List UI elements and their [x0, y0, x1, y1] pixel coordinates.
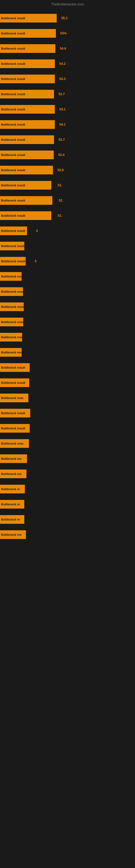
- bar-label: Bottleneck result: [1, 336, 25, 339]
- bar-row: Bottleneck result51.: [0, 211, 135, 220]
- bar-row: Bottleneck result53.7: [0, 135, 135, 145]
- bar-row: Bottleneck resu: [0, 439, 135, 448]
- bar-row: Bottleneck result4: [0, 226, 135, 236]
- bar-row: Bottleneck resu: [0, 393, 135, 403]
- bar-value: 51.: [57, 183, 62, 187]
- bar-row: Bottleneck result52.: [0, 195, 135, 205]
- bar-row: Bottleneck result53.7: [0, 89, 135, 99]
- bar-label: Bottleneck result: [1, 229, 25, 232]
- bar-row: Bottleneck result: [0, 363, 135, 372]
- bar-label: Bottleneck result: [1, 17, 25, 20]
- site-title: TheBottlenecker.com: [0, 0, 135, 7]
- bar-row: Bottleneck result: [0, 347, 135, 357]
- bar-label: Bottleneck result: [1, 381, 25, 384]
- bar-value: 52.: [58, 198, 63, 203]
- bar-row: Bottleneck result55.3: [0, 13, 135, 23]
- bar-value: 54.2: [59, 62, 65, 66]
- bar-value: 53.7: [58, 138, 65, 142]
- bar-label: Bottleneck result: [1, 32, 25, 35]
- bar-row: Bottleneck result: [0, 241, 135, 251]
- bar-label: Bottleneck result: [1, 366, 25, 369]
- bar-value: 53.7: [58, 92, 65, 96]
- bar-row: Bottleneck result: [0, 332, 135, 342]
- bar-label: Bottleneck result: [1, 427, 25, 430]
- bar-label: Bottleneck result: [1, 320, 25, 323]
- bar-label: Bottleneck result: [1, 184, 25, 187]
- bar-row: Bottleneck result51.: [0, 180, 135, 190]
- bar-label: Bottleneck resu: [1, 442, 24, 445]
- bar-value: 55%: [60, 31, 67, 35]
- bar-row: Bottleneck re: [0, 499, 135, 509]
- bars-container: Bottleneck result55.3Bottleneck result55…: [0, 7, 135, 541]
- bar-row: Bottleneck result: [0, 317, 135, 327]
- bar-row: Bottleneck result: [0, 378, 135, 388]
- bar-label: Bottleneck res: [1, 457, 21, 460]
- bar-row: Bottleneck res: [0, 454, 135, 464]
- bar-row: Bottleneck result54.1: [0, 104, 135, 114]
- bar-label: Bottleneck resu: [1, 396, 24, 400]
- bar-row: Bottleneck result: [0, 424, 135, 433]
- bar-label: Bottleneck result: [1, 77, 25, 81]
- bar-label: Bottleneck result: [1, 259, 25, 263]
- bar-row: Bottleneck result54.6: [0, 44, 135, 54]
- bar-value: 52.8: [57, 168, 64, 172]
- bar-value: 4: [35, 259, 37, 263]
- bar-label: Bottleneck result: [1, 351, 25, 354]
- bar-value: 54.1: [59, 107, 65, 111]
- bar-row: Bottleneck result53.4: [0, 150, 135, 160]
- bar-label: Bottleneck result: [1, 214, 25, 217]
- bar-row: Bottleneck result4: [0, 256, 135, 266]
- bar-label: Bottleneck result: [1, 108, 25, 111]
- bar-row: Bottleneck re: [0, 484, 135, 494]
- bar-label: Bottleneck result: [1, 305, 25, 308]
- bar-row: Bottleneck res: [0, 530, 135, 539]
- bar-row: Bottleneck result52.8: [0, 165, 135, 175]
- bar-label: Bottleneck result: [1, 153, 25, 156]
- bar-label: Bottleneck result: [1, 168, 25, 172]
- bar-label: Bottleneck result: [1, 275, 25, 278]
- bar-row: Bottleneck res: [0, 469, 135, 479]
- bar-label: Bottleneck result: [1, 244, 25, 248]
- bar-label: Bottleneck res: [1, 533, 21, 536]
- bar-row: Bottleneck result: [0, 302, 135, 312]
- bar-value: 54.6: [60, 46, 66, 51]
- bar-value: 54.3: [59, 77, 65, 81]
- bar-value: 53.4: [58, 153, 64, 157]
- bar-value: 4: [36, 229, 38, 233]
- bar-label: Bottleneck result: [1, 123, 25, 126]
- bar-value: 54.1: [59, 123, 65, 126]
- bar-label: Bottleneck result: [1, 199, 25, 202]
- bar-label: Bottleneck re: [1, 503, 20, 506]
- bar-row: Bottleneck re: [0, 515, 135, 524]
- bar-label: Bottleneck result: [1, 62, 25, 65]
- bar-label: Bottleneck result: [1, 290, 25, 293]
- bar-label: Bottleneck re: [1, 518, 20, 521]
- bar-row: Bottleneck result55%: [0, 29, 135, 38]
- bar-row: Bottleneck result54.1: [0, 120, 135, 129]
- bar-label: Bottleneck result: [1, 47, 25, 50]
- bar-label: Bottleneck result: [1, 411, 25, 415]
- bar-value: 55.3: [61, 16, 68, 20]
- bar-row: Bottleneck result: [0, 272, 135, 281]
- bar-label: Bottleneck re: [1, 488, 20, 491]
- bar-label: Bottleneck result: [1, 138, 25, 141]
- bar-row: Bottleneck result: [0, 287, 135, 297]
- bar-row: Bottleneck result: [0, 408, 135, 418]
- bar-label: Bottleneck result: [1, 93, 25, 96]
- bar-label: Bottleneck res: [1, 472, 21, 475]
- bar-row: Bottleneck result54.3: [0, 74, 135, 84]
- bar-value: 51.: [57, 214, 62, 218]
- bar-row: Bottleneck result54.2: [0, 59, 135, 69]
